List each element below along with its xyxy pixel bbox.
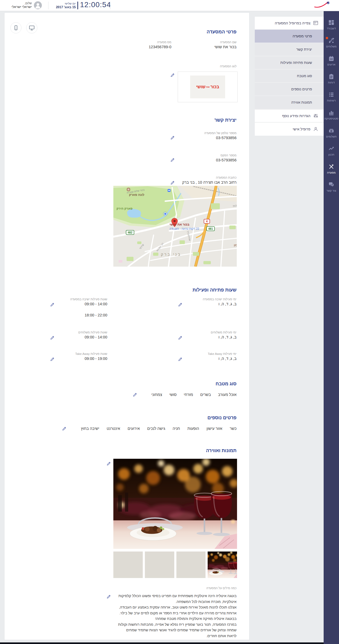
restaurant-profile-page: שלום, ישראלי ישראלי יום שלישי 15 באוג' 2… (0, 0, 339, 644)
address-value: רחוב הרב אבו חצירה 10 , בני ברק (182, 180, 237, 184)
edit-delivery-hours-button[interactable] (50, 335, 55, 340)
about-label: כמה מילים על המסעדה (206, 586, 237, 590)
edit-address-button[interactable] (170, 180, 175, 185)
rail-item-reports[interactable]: דוחות (324, 72, 339, 90)
list-icon (328, 91, 334, 98)
photo-thumbnail-empty[interactable] (113, 552, 143, 578)
edit-delivery-days-button[interactable] (178, 335, 183, 340)
content-card: פרטי המסעדה שם המסעדה בכור את שושי מס מס… (4, 12, 249, 640)
rail-item-planning[interactable]: תכנון (324, 144, 339, 162)
route-badge-482: 482 (126, 230, 134, 235)
extras-tags: כשר אזור עישון הופעות חניה גישה לנכים אי… (20, 426, 237, 431)
map[interactable]: לונה פארק פארק הירק בכור שלום שטרית המוש… (113, 186, 237, 267)
edit-dinein-hours-button[interactable] (50, 302, 55, 307)
menu-item-hours[interactable]: שעות פתיחה ופעילות (255, 56, 324, 69)
rail-item-deliveries[interactable]: משלוחים (324, 36, 339, 54)
edit-photos-button[interactable] (106, 461, 111, 466)
section-title-hours: שעות פתיחה ופעילות (193, 287, 237, 293)
edit-about-button[interactable] (106, 594, 111, 599)
rail-item-payments[interactable]: תשלומים (324, 126, 339, 144)
mobile-preview-button[interactable] (10, 22, 21, 33)
header-divider (110, 2, 110, 9)
money-icon (328, 127, 334, 134)
dinein-hours-field: שעות פעילות ישיבה במסעדה 09:00 - 14:00 1… (70, 298, 107, 317)
sodexo-swoosh (314, 2, 328, 7)
takeaway-days-field: ימי פעילות Take Away ב, ג, ד, ה, ו (208, 352, 237, 361)
takeaway-hours-field: שעות פעילות Take Away 09:00 - 19:00 (75, 352, 107, 361)
sliders-icon (313, 113, 318, 118)
edit-cuisine-button[interactable] (133, 392, 137, 397)
menu-item-contact[interactable]: יצירת קשר (255, 43, 324, 56)
avatar[interactable] (34, 1, 42, 9)
extras-tag: ישיבה בחוץ (81, 426, 99, 431)
rail-item-restaurant[interactable]: מסעדה (324, 162, 339, 180)
extras-tag: אירועים (128, 426, 140, 431)
section-title-photos: תמונות ואווירה (206, 448, 237, 453)
menu-personal-profile-label: פרופיל אישי (293, 127, 310, 131)
fax-value: 03-5793856 (216, 158, 237, 162)
restaurant-name-value: בכור את שושי (214, 45, 237, 49)
user-block[interactable]: שלום, ישראלי ישראלי (11, 1, 32, 9)
trend-icon (328, 145, 334, 152)
photo-thumbnail-empty[interactable] (176, 552, 206, 578)
address-field: כתובת המסעדה רחוב הרב אבו חצירה 10 , בני… (182, 176, 237, 184)
extras-tag: אזור עישון (207, 426, 222, 431)
menu-item-cuisine[interactable]: סוג מטבח (255, 69, 324, 83)
bar-chart-icon (328, 109, 334, 116)
desktop-preview-button[interactable] (26, 22, 37, 33)
main-photo (113, 459, 237, 549)
menu-settings[interactable]: הגדרות ומידע נוסף (255, 109, 324, 122)
rail-item-contact[interactable]: צור קשר (324, 180, 339, 198)
section-title-details: פרטי המסעדה (207, 29, 237, 35)
photo-thumbnails (113, 552, 237, 578)
header-divider (48, 2, 48, 9)
edit-takeaway-days-button[interactable] (178, 357, 183, 361)
menu-item-photos[interactable]: תמונות אווירה (255, 96, 324, 109)
route-badge-481: 481 (207, 227, 215, 231)
extras-tag: גישה לנכים (147, 426, 165, 431)
menu-personal-profile[interactable]: פרופיל אישי (255, 122, 324, 136)
rail-item-lists[interactable]: רשימות (324, 90, 339, 108)
svg-text:482: 482 (128, 231, 132, 234)
section-title-extras: פרטים נוספים (207, 415, 237, 421)
icon-rail: דשבורד משלוחים 10 ארועים (324, 11, 339, 644)
chat-bubbles-icon (328, 182, 334, 188)
photo-thumbnail-empty[interactable] (145, 552, 174, 578)
map-pin-sublabel[interactable]: 22 דקות נהיגה - העבודה (170, 227, 199, 230)
top-bar: שלום, ישראלי ישראלי יום שלישי 15 באוג' 2… (0, 0, 339, 11)
calendar-icon: 10 (328, 55, 334, 62)
svg-text:481: 481 (208, 227, 213, 230)
menu-view-profile[interactable]: צפייה בפרופיל המסעדה (255, 17, 324, 30)
edit-dinein-days-button[interactable] (178, 302, 183, 307)
rail-item-statistics[interactable]: סטטיסטיקה (324, 108, 339, 126)
route-badge-4: 4 (204, 219, 210, 223)
dinein-days-field: ימי פעילות ישיבה במסעדה ב, ג, ד, ה, ו (203, 298, 237, 306)
date-block: יום שלישי 15 באוג' 2017 (52, 2, 76, 9)
map-label-beilinson: בילינסון (234, 244, 237, 247)
menu-item-restaurant-details[interactable]: פרטי מסעדה (255, 30, 324, 43)
svg-text:10: 10 (330, 58, 333, 60)
cuisine-tag: אוכל מעורב (218, 392, 237, 397)
map-pin-label: בכור את שושי (170, 223, 189, 226)
edit-fax-button[interactable] (170, 157, 175, 162)
map-label-luna-park: לונה פארק (129, 193, 144, 197)
menu-settings-label: הגדרות ומידע נוסף (282, 114, 310, 118)
edit-extras-button[interactable] (62, 426, 67, 431)
edit-logo-button[interactable] (170, 73, 175, 77)
restaurant-number-field: מס מסעדה 123456789-0 (149, 41, 171, 49)
profile-menu: צפייה בפרופיל המסעדה פרטי מסעדה יצירת קש… (255, 17, 324, 136)
dashboard-icon (328, 19, 334, 26)
rail-item-events[interactable]: 10 ארועים (324, 54, 339, 72)
cuisine-tag: בשרים (200, 392, 211, 397)
edit-phone-button[interactable] (170, 135, 175, 140)
section-title-cuisine: סוג מטבח (216, 381, 237, 387)
menu-item-extra-details[interactable]: פרטים נוספים (255, 83, 324, 96)
mobile-icon (13, 25, 19, 31)
cuisine-tags: אוכל מעורב בשרים מזרחי סושי צמחוני (20, 392, 237, 397)
extras-tag: כשר (230, 426, 237, 431)
map-label-park: פארק הירק (117, 207, 133, 210)
photo-thumbnail-active[interactable] (208, 552, 237, 578)
edit-takeaway-hours-button[interactable] (50, 357, 55, 361)
rail-item-dashboard[interactable]: דשבורד (324, 18, 339, 36)
svg-text:4: 4 (206, 220, 208, 223)
